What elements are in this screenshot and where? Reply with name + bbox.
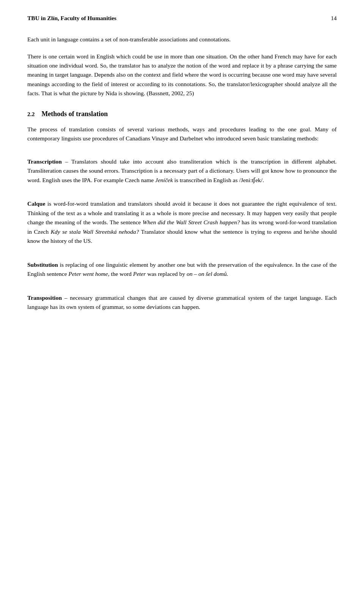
substitution-italic-3: on – on šel domů. [187, 271, 228, 277]
calque-italic-1: When did the Wall Street Crash happen? [143, 219, 240, 225]
section-intro-text: The process of translation consists of s… [27, 126, 337, 142]
calque-italic-2: Kdy se stala Wall Streetská nehoda? [51, 228, 139, 235]
transposition-body: – necessary grammatical changes that are… [27, 294, 337, 310]
term-calque: Calque [27, 200, 45, 207]
spacer-2 [27, 193, 337, 199]
paragraph-2-text: There is one certain word in English whi… [27, 53, 337, 97]
section-number: 2.2 [27, 110, 35, 119]
page-header: TBU in Zlín, Faculty of Humanities 14 [27, 14, 337, 23]
header-title: TBU in Zlín, Faculty of Humanities [27, 14, 116, 23]
substitution-italic-2: Peter [133, 271, 146, 277]
method-transposition: Transposition – necessary grammatical ch… [27, 293, 337, 312]
method-transcription: Transcription – Translators should take … [27, 157, 337, 185]
term-transposition: Transposition [27, 294, 62, 301]
page: TBU in Zlín, Faculty of Humanities 14 Ea… [0, 0, 364, 595]
transcription-body: Translators should take into account als… [27, 158, 337, 183]
page-number: 14 [331, 14, 337, 23]
section-heading-2-2: 2.2 Methods of translation [27, 109, 337, 120]
spacer-1 [27, 151, 337, 157]
term-transcription: Transcription [27, 158, 62, 165]
paragraph-1: Each unit in language contains a set of … [27, 35, 337, 44]
spacer-4 [27, 287, 337, 293]
transcription-italic: Jeníček [155, 177, 173, 183]
section-title: Methods of translation [41, 109, 108, 120]
calque-body: is word-for-word translation and transla… [27, 200, 337, 244]
section-intro: The process of translation consists of s… [27, 125, 337, 143]
substitution-italic-1: Peter went home, [68, 271, 109, 277]
method-substitution: Substitution is replacing of one linguis… [27, 260, 337, 279]
paragraph-2: There is one certain word in English whi… [27, 52, 337, 98]
substitution-body: is replacing of one linguistic element b… [27, 261, 337, 277]
term-substitution: Substitution [27, 261, 58, 268]
spacer-3 [27, 254, 337, 260]
paragraph-1-text: Each unit in language contains a set of … [27, 36, 231, 42]
method-calque: Calque is word-for-word translation and … [27, 199, 337, 246]
transcription-dash: – [62, 158, 71, 165]
